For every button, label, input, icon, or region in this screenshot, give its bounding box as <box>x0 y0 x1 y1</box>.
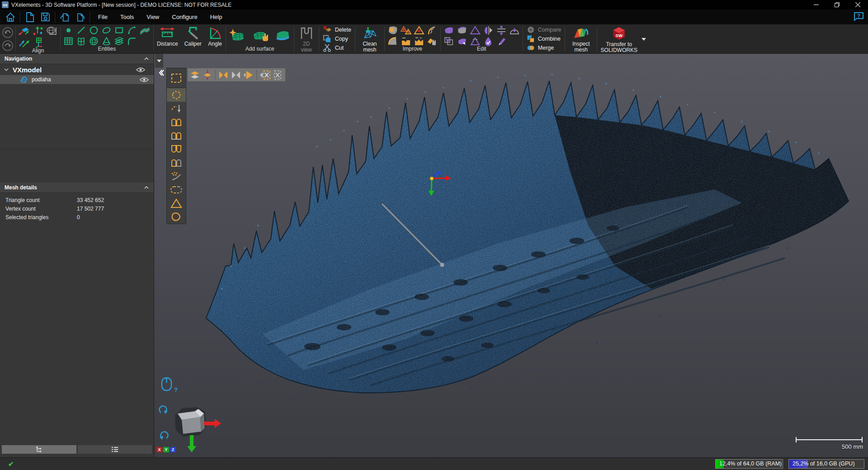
cylinder-entity-icon[interactable] <box>75 36 87 46</box>
menu-file[interactable]: File <box>92 9 114 24</box>
transfer-solidworks-button[interactable]: SW Transfer to SOLIDWORKS <box>597 24 641 53</box>
new-session-button[interactable] <box>22 11 38 24</box>
clear-selection-icon[interactable] <box>230 69 242 81</box>
tree-item-podlaha[interactable]: podlaha <box>0 75 154 84</box>
edit-surface-icon[interactable] <box>443 25 455 35</box>
align-cad-icon[interactable] <box>45 25 58 36</box>
protractor-edit-icon[interactable] <box>509 25 520 35</box>
inspect-mesh-button[interactable]: Inspect mesh <box>565 24 597 53</box>
reverse-brush-selection-button[interactable] <box>167 142 186 156</box>
export-session-button[interactable] <box>72 11 88 24</box>
close-button[interactable] <box>847 0 868 9</box>
collapse-chevron-icon[interactable] <box>144 186 149 189</box>
menu-configure[interactable]: Configure <box>165 9 203 24</box>
brush-visible-selection-button[interactable] <box>167 129 186 142</box>
brush-backface-selection-button[interactable] <box>167 156 186 169</box>
distance-button[interactable]: Distance <box>154 24 181 53</box>
validate-drop-icon[interactable] <box>482 36 494 46</box>
menu-help[interactable]: Help <box>204 9 229 24</box>
sphere-entity-icon[interactable] <box>88 36 99 46</box>
visibility-eye-icon[interactable] <box>136 67 146 73</box>
cone-entity-icon[interactable] <box>101 36 112 46</box>
tree-item-vxmodel[interactable]: VXmodel <box>0 64 154 75</box>
path-selection-button[interactable] <box>167 102 186 115</box>
axis-x-badge[interactable]: X <box>156 447 162 452</box>
rotate-view-cw-button[interactable] <box>159 404 169 415</box>
copy-button[interactable]: Copy <box>323 35 351 43</box>
brush-selection-button[interactable] <box>167 115 186 129</box>
align-targets-icon[interactable] <box>32 25 44 36</box>
shrink-selection-icon[interactable] <box>272 69 284 81</box>
collapse-chevron-icon[interactable] <box>144 57 149 61</box>
flip-half-icon[interactable] <box>482 25 494 35</box>
axis-y-badge[interactable]: Y <box>163 447 169 452</box>
grow-selection-icon[interactable] <box>259 69 271 81</box>
edit-boundary-icon[interactable] <box>456 25 468 35</box>
list-view-tab[interactable] <box>78 445 152 454</box>
3d-scene[interactable] <box>154 54 868 457</box>
arc-entity-icon[interactable] <box>126 25 137 35</box>
defeature-icon[interactable] <box>426 25 438 35</box>
edit-triangle-icon[interactable] <box>469 25 481 35</box>
rotate-view-ccw-button[interactable] <box>159 430 169 441</box>
freeform-selection-button[interactable] <box>167 88 186 102</box>
mouse-help-button[interactable]: ? <box>160 377 178 393</box>
save-session-button[interactable] <box>38 11 53 24</box>
circle-entity-icon[interactable] <box>88 25 99 35</box>
restore-button[interactable] <box>826 0 847 9</box>
rectangle-entity-icon[interactable] <box>113 25 125 35</box>
align-grid-axis-icon[interactable] <box>32 37 45 48</box>
help-feedback-button[interactable]: ? <box>853 11 864 22</box>
menu-tools[interactable]: Tools <box>114 9 140 24</box>
confirm-selection-icon[interactable] <box>243 69 255 81</box>
home-button[interactable] <box>3 11 18 24</box>
connected-region-selection-button[interactable] <box>167 210 186 224</box>
close-holes-icon[interactable] <box>413 36 425 46</box>
import-session-button[interactable] <box>57 11 72 24</box>
pen-edit-icon[interactable] <box>495 36 507 46</box>
caliper-button[interactable]: Caliper <box>181 24 205 53</box>
select-through-icon[interactable] <box>202 69 213 81</box>
select-visible-icon[interactable] <box>189 69 201 81</box>
visibility-eye-icon[interactable] <box>139 77 149 83</box>
transfer-dropdown-caret[interactable] <box>642 38 646 41</box>
offset-icon[interactable] <box>495 25 507 35</box>
merge-button[interactable]: Merge <box>527 44 561 52</box>
viewport[interactable]: ? <box>154 54 868 457</box>
rectangle-selection-button[interactable] <box>167 68 186 88</box>
cut-button[interactable]: Cut <box>323 44 351 52</box>
align-translate-icon[interactable] <box>18 37 31 48</box>
refine-icon[interactable] <box>413 25 425 35</box>
line-entity-icon[interactable] <box>75 25 87 35</box>
triangle-selection-button[interactable] <box>167 197 186 210</box>
align-best-fit-icon[interactable] <box>18 25 31 36</box>
boundary-improve-icon[interactable] <box>387 36 399 46</box>
edit-patch-icon[interactable] <box>456 36 468 46</box>
decimate-icon[interactable] <box>400 25 412 35</box>
spray-selection-button[interactable] <box>167 169 186 183</box>
sand-icon[interactable] <box>426 36 438 46</box>
rotate-triangle-icon[interactable] <box>469 36 481 46</box>
ellipse-entity-icon[interactable] <box>101 25 112 35</box>
menu-view[interactable]: View <box>140 9 165 24</box>
3d-model-mesh[interactable] <box>199 74 855 403</box>
point-entity-icon[interactable] <box>63 25 74 35</box>
transform-selection-icon[interactable] <box>443 36 455 46</box>
delete-button[interactable]: Delete <box>323 26 351 34</box>
add-surface-boundary-icon[interactable] <box>274 28 292 43</box>
remove-spikes-icon[interactable] <box>400 36 412 46</box>
fillet-entity-icon[interactable] <box>126 36 137 46</box>
mesh-details-panel-header[interactable]: Mesh details <box>0 183 154 193</box>
collapse-toolbar-button[interactable] <box>158 69 164 76</box>
axis-z-badge[interactable]: Z <box>170 447 176 452</box>
add-surface-manual-icon[interactable] <box>251 28 269 43</box>
planes-entity-icon[interactable] <box>113 36 125 46</box>
fill-holes-icon[interactable] <box>387 25 399 35</box>
grid-entity-icon[interactable] <box>63 36 74 46</box>
navigation-cube[interactable] <box>171 405 221 454</box>
add-surface-wizard-icon[interactable] <box>228 28 246 43</box>
expand-chevron-icon[interactable] <box>4 68 9 71</box>
compare-button[interactable]: Compare <box>527 26 561 34</box>
angle-button[interactable]: Angle <box>205 24 226 53</box>
capsule-selection-button[interactable] <box>167 183 186 197</box>
